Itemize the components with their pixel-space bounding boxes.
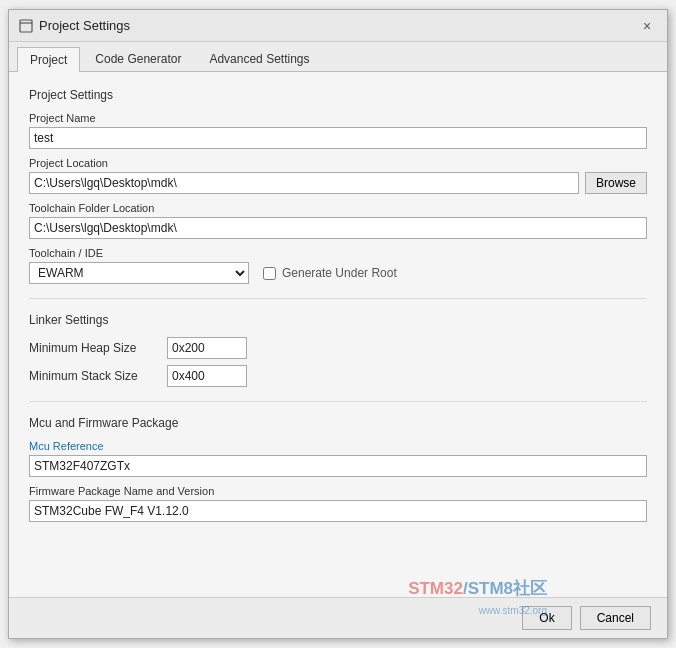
toolchain-ide-row: EWARM MDK-ARM STM32CubeIDE Generate Unde… xyxy=(29,262,647,284)
tab-advanced-settings[interactable]: Advanced Settings xyxy=(196,46,322,71)
toolchain-ide-select[interactable]: EWARM MDK-ARM STM32CubeIDE xyxy=(29,262,249,284)
dialog-title: Project Settings xyxy=(39,18,130,33)
divider-2 xyxy=(29,401,647,402)
min-stack-row: Minimum Stack Size xyxy=(29,365,647,387)
toolchain-folder-input[interactable] xyxy=(29,217,647,239)
project-location-label: Project Location xyxy=(29,157,647,169)
mcu-reference-input[interactable] xyxy=(29,455,647,477)
project-settings-dialog: Project Settings × Project Code Generato… xyxy=(8,9,668,639)
svg-rect-0 xyxy=(20,20,32,32)
firmware-label: Firmware Package Name and Version xyxy=(29,485,647,497)
generate-under-root-checkbox[interactable] xyxy=(263,267,276,280)
min-heap-input[interactable] xyxy=(167,337,247,359)
dialog-icon xyxy=(19,19,33,33)
project-name-label: Project Name xyxy=(29,112,647,124)
toolchain-folder-label: Toolchain Folder Location xyxy=(29,202,647,214)
title-bar-left: Project Settings xyxy=(19,18,130,33)
firmware-input[interactable] xyxy=(29,500,647,522)
project-location-input[interactable] xyxy=(29,172,579,194)
mcu-section-title: Mcu and Firmware Package xyxy=(29,416,647,430)
ok-button[interactable]: Ok xyxy=(522,606,571,630)
mcu-reference-label: Mcu Reference xyxy=(29,440,647,452)
tab-project[interactable]: Project xyxy=(17,47,80,72)
cancel-button[interactable]: Cancel xyxy=(580,606,651,630)
tab-bar: Project Code Generator Advanced Settings xyxy=(9,42,667,72)
dialog-body: Project Settings Project Name Project Lo… xyxy=(9,72,667,597)
min-heap-label: Minimum Heap Size xyxy=(29,341,159,355)
title-bar: Project Settings × xyxy=(9,10,667,42)
min-heap-row: Minimum Heap Size xyxy=(29,337,647,359)
dialog-footer: STM32/STM8社区 www.stm32.org Ok Cancel xyxy=(9,597,667,638)
divider-1 xyxy=(29,298,647,299)
toolchain-ide-label: Toolchain / IDE xyxy=(29,247,647,259)
generate-under-root-label: Generate Under Root xyxy=(282,266,397,280)
min-stack-input[interactable] xyxy=(167,365,247,387)
min-stack-label: Minimum Stack Size xyxy=(29,369,159,383)
project-name-input[interactable] xyxy=(29,127,647,149)
project-location-row: Browse xyxy=(29,172,647,194)
linker-section-title: Linker Settings xyxy=(29,313,647,327)
close-button[interactable]: × xyxy=(637,16,657,36)
project-section-title: Project Settings xyxy=(29,88,647,102)
browse-button[interactable]: Browse xyxy=(585,172,647,194)
generate-under-root-row: Generate Under Root xyxy=(263,266,397,280)
tab-code-generator[interactable]: Code Generator xyxy=(82,46,194,71)
